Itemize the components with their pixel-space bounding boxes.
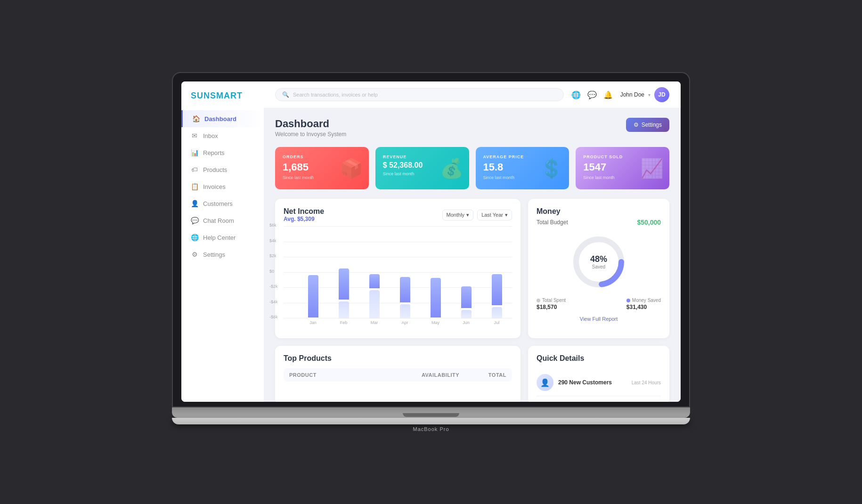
net-income-header: Net Income Avg. $5,309 Monthly ▾ [284,207,512,222]
search-icon: 🔍 [282,91,289,98]
money-legend: Total Spent $18,570 Money Saved [537,298,661,310]
app-header: 🔍 Search transactions, invoices or help … [264,81,681,108]
sidebar-item-customers[interactable]: 👤 Customers [181,195,264,212]
total-spent-dot [537,299,540,302]
quick-item-customers: 👤 290 New Customers Last 24 Hours [537,369,661,396]
page-subtitle: Welcome to Invoyse System [275,131,346,138]
bar-group [298,226,328,318]
orders-icon: 📦 [340,157,363,179]
header-icons: 🌐 💬 🔔 [571,90,613,99]
x-label: Jul [481,320,512,330]
app-logo: SUNSMART [181,89,264,110]
legend-money-saved: Money Saved $31,430 [626,298,661,310]
reports-icon: 📊 [191,149,198,156]
period-select[interactable]: Monthly ▾ [442,210,474,220]
money-saved-value: $31,430 [626,304,661,310]
sidebar-item-dashboard[interactable]: 🏠 Dashboard [181,110,264,127]
x-label: Jan [298,320,328,330]
revenue-icon: 💰 [440,157,464,179]
bar-group [420,226,451,318]
stat-card-sold: PRODUCT SOLD 1547 Since last month 📈 [576,147,669,189]
bar-chart: $6k$4k$2k$0-$2k-$4k-$6k JanFebMarAprMayJ… [284,226,512,330]
bar-group [451,226,481,318]
sidebar-label-products: Products [203,166,227,173]
laptop-base [172,407,690,418]
sidebar-item-inbox[interactable]: ✉ Inbox [181,127,264,144]
invoices-icon: 📋 [191,183,198,190]
money-saved-dot [626,299,630,302]
bottom-row: Top Products Product Availability Total [275,346,669,402]
year-select[interactable]: Last Year ▾ [477,210,512,220]
sidebar-label-inbox: Inbox [203,132,218,139]
bar-positive [461,286,472,308]
settings-button[interactable]: ⚙ Settings [626,118,669,132]
settings-nav-icon: ⚙ [191,251,198,258]
donut-sub: Saved [590,264,607,269]
total-spent-value: $18,570 [537,304,566,310]
sidebar-label-chatroom: Chat Room [203,217,234,224]
quick-details-title: Quick Details [537,354,584,363]
sidebar-item-products[interactable]: 🏷 Products [181,161,264,178]
dashboard-icon: 🏠 [192,115,200,122]
sidebar-item-invoices[interactable]: 📋 Invoices [181,178,264,195]
filter-group: Monthly ▾ Last Year ▾ [442,210,512,220]
donut-text: 48% Saved [590,254,607,269]
quick-details-card: Quick Details 👤 290 New Customers Last 2… [528,346,669,402]
bar-negative [492,307,502,318]
sold-icon: 📈 [640,157,664,179]
x-label: May [420,320,451,330]
x-label: Apr [390,320,420,330]
col-availability: Availability [412,372,469,378]
x-label: Feb [328,320,359,330]
avg-icon: 💲 [540,157,563,179]
bar-group [359,226,390,318]
products-icon: 🏷 [191,166,198,173]
money-card: Money Total Budget $50,000 [528,199,669,338]
sidebar-item-settings[interactable]: ⚙ Settings [181,246,264,263]
bar-positive [339,268,349,300]
total-spent-label: Total Spent [542,298,566,303]
macbook-label: MacBook Pro [172,426,690,432]
globe-icon[interactable]: 🌐 [571,90,581,99]
net-income-card: Net Income Avg. $5,309 Monthly ▾ [275,199,520,338]
helpcenter-icon: 🌐 [191,234,198,241]
donut-pct: 48% [590,254,607,264]
sidebar-label-reports: Reports [203,149,225,156]
x-label: Jun [451,320,481,330]
customers-icon: 👤 [191,200,198,207]
sidebar-label-settings: Settings [203,251,225,258]
sidebar-label-customers: Customers [203,200,233,207]
user-avatar: JD [654,87,669,102]
notification-icon[interactable]: 🔔 [603,90,613,99]
money-title: Money [537,207,561,216]
view-full-report-link[interactable]: View Full Report [537,316,661,322]
top-products-card: Top Products Product Availability Total [275,346,520,402]
bar-negative [400,304,410,318]
bar-positive [431,278,441,317]
app-layout: SUNSMART 🏠 Dashboard ✉ Inbox 📊 Reports [181,81,681,402]
bar-negative [339,301,349,318]
quick-customers-title: 290 New Customers [558,379,627,386]
money-saved-label: Money Saved [632,298,661,303]
col-total: Total [469,372,506,378]
bar-positive [492,274,502,305]
sidebar-label-invoices: Invoices [203,183,226,190]
stat-card-revenue: REVENUE $ 52,368.00 Since last month 💰 [375,147,469,189]
user-menu[interactable]: John Doe ▾ JD [620,87,669,102]
search-placeholder: Search transactions, invoices or help [293,92,378,98]
laptop-bottom [172,418,690,424]
sidebar-item-helpcenter[interactable]: 🌐 Help Center [181,229,264,246]
bar-negative [461,310,472,318]
quick-customers-icon: 👤 [537,374,553,391]
sidebar-item-reports[interactable]: 📊 Reports [181,144,264,161]
net-income-title: Net Income [284,207,324,216]
chatroom-icon: 💬 [191,217,198,224]
bar-negative [369,290,380,318]
x-labels: JanFebMarAprMayJunJul [298,320,512,330]
money-header: Money [537,207,661,216]
bar-positive [369,274,380,288]
search-bar[interactable]: 🔍 Search transactions, invoices or help [275,88,564,101]
chat-icon[interactable]: 💬 [587,90,597,99]
sidebar-item-chatroom[interactable]: 💬 Chat Room [181,212,264,229]
top-products-title: Top Products [284,354,512,363]
